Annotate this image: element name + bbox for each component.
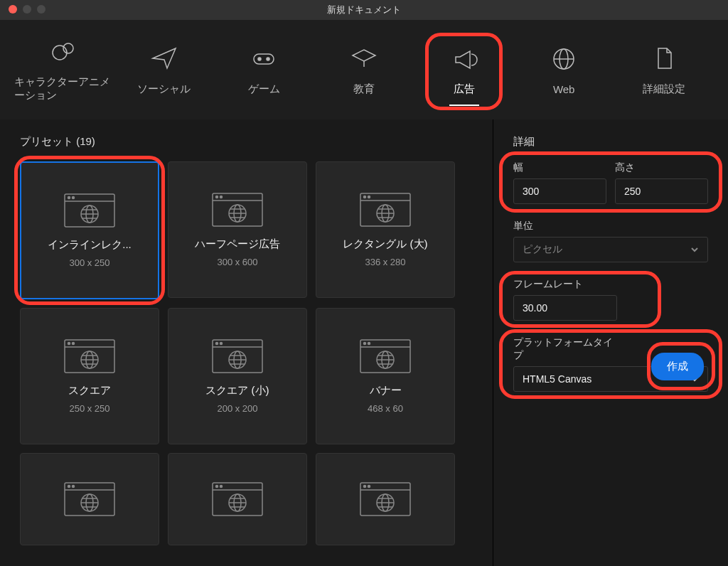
svg-point-64 xyxy=(68,486,70,488)
svg-rect-62 xyxy=(65,483,114,516)
svg-rect-71 xyxy=(213,483,262,516)
preset-name: スクエア (小) xyxy=(205,384,269,397)
svg-point-83 xyxy=(368,486,370,488)
svg-rect-8 xyxy=(65,194,114,227)
svg-point-3 xyxy=(258,58,261,60)
graduation-icon xyxy=(350,44,378,73)
web-preset-icon xyxy=(63,481,116,517)
window-controls xyxy=(9,5,46,14)
web-preset-icon xyxy=(211,481,264,517)
svg-point-82 xyxy=(364,486,366,488)
titlebar: 新規ドキュメント xyxy=(0,0,728,20)
height-label: 高さ xyxy=(615,161,708,174)
svg-point-73 xyxy=(216,486,218,488)
tab-character[interactable]: キャラクターアニメーション xyxy=(14,30,114,110)
presets-heading: プリセット (19) xyxy=(20,135,473,149)
svg-point-55 xyxy=(364,343,366,345)
svg-point-10 xyxy=(68,197,70,199)
preset-dim: 336 x 280 xyxy=(365,257,405,267)
svg-point-20 xyxy=(220,196,223,198)
gamepad-icon xyxy=(250,44,278,73)
preset-card[interactable]: バナー 468 x 60 xyxy=(316,308,455,444)
svg-point-37 xyxy=(68,343,70,345)
tab-label: キャラクターアニメーション xyxy=(14,75,114,102)
web-preset-icon xyxy=(63,338,116,374)
svg-point-46 xyxy=(216,343,218,345)
tab-label: Web xyxy=(553,83,575,95)
tab-label: ゲーム xyxy=(248,82,280,96)
max-dot[interactable] xyxy=(37,5,46,14)
preset-grid: インラインレク... 300 x 250 ハーフページ広告 300 x 600 … xyxy=(20,161,473,545)
preset-dim: 300 x 250 xyxy=(69,257,109,268)
unit-label: 単位 xyxy=(513,220,708,233)
svg-point-11 xyxy=(73,197,75,199)
preset-card[interactable]: スクエア (小) 200 x 200 xyxy=(168,308,307,444)
fps-input[interactable]: 30.00 xyxy=(513,295,617,321)
preset-card[interactable] xyxy=(20,453,159,545)
preset-card[interactable]: インラインレク... 300 x 250 xyxy=(20,161,159,299)
preset-card[interactable]: ハーフページ広告 300 x 600 xyxy=(168,161,307,298)
preset-name: レクタングル (大) xyxy=(343,237,427,251)
svg-point-0 xyxy=(53,46,67,60)
tab-game[interactable]: ゲーム xyxy=(214,37,314,103)
detail-heading: 詳細 xyxy=(493,135,728,149)
window-title: 新規ドキュメント xyxy=(327,4,401,16)
preset-dim: 468 x 60 xyxy=(368,403,403,414)
svg-point-74 xyxy=(220,486,223,488)
preset-dim: 200 x 200 xyxy=(217,403,257,414)
tab-label: 詳細設定 xyxy=(643,82,685,96)
tab-social[interactable]: ソーシャル xyxy=(114,37,215,103)
svg-point-65 xyxy=(73,486,75,488)
svg-point-38 xyxy=(73,343,75,345)
paper-plane-icon xyxy=(150,44,178,73)
web-preset-icon xyxy=(359,338,412,374)
svg-rect-80 xyxy=(360,483,410,516)
category-tabs: キャラクターアニメーション ソーシャル ゲーム 教育 広告 Web 詳細設定 xyxy=(0,20,728,119)
svg-rect-26 xyxy=(360,193,410,226)
svg-point-47 xyxy=(220,343,223,345)
preset-card[interactable]: スクエア 250 x 250 xyxy=(20,308,159,444)
svg-rect-2 xyxy=(254,54,274,64)
svg-point-29 xyxy=(368,196,370,198)
tab-label: 広告 xyxy=(454,82,475,96)
preset-card[interactable] xyxy=(316,453,455,545)
svg-rect-35 xyxy=(65,340,114,373)
document-icon xyxy=(650,44,678,73)
svg-rect-53 xyxy=(360,340,410,373)
preset-name: バナー xyxy=(370,384,402,397)
unit-select[interactable]: ピクセル xyxy=(513,237,708,262)
tab-label: 教育 xyxy=(353,82,375,96)
platform-label: プラットフォームタイプ xyxy=(513,336,613,362)
width-input[interactable]: 300 xyxy=(513,178,606,204)
tab-advanced[interactable]: 詳細設定 xyxy=(614,37,714,103)
fps-label: フレームレート xyxy=(513,278,634,291)
preset-dim: 300 x 600 xyxy=(217,257,257,267)
preset-card[interactable] xyxy=(168,453,307,545)
tab-education[interactable]: 教育 xyxy=(314,37,414,103)
height-input[interactable]: 250 xyxy=(615,178,708,204)
min-dot[interactable] xyxy=(23,5,31,14)
preset-dim: 250 x 250 xyxy=(69,403,109,414)
svg-rect-44 xyxy=(213,340,262,373)
svg-point-4 xyxy=(267,58,269,60)
svg-point-28 xyxy=(364,196,366,198)
svg-rect-17 xyxy=(213,193,262,226)
tab-ads[interactable]: 広告 xyxy=(414,37,514,103)
globe-icon xyxy=(550,45,578,73)
web-preset-icon xyxy=(359,192,412,228)
close-dot[interactable] xyxy=(9,5,17,14)
svg-point-19 xyxy=(216,196,218,198)
chevron-down-icon xyxy=(690,245,699,254)
character-icon xyxy=(50,37,78,65)
preset-card[interactable]: レクタングル (大) 336 x 280 xyxy=(316,161,455,298)
create-button[interactable]: 作成 xyxy=(651,353,704,380)
megaphone-icon xyxy=(450,44,478,73)
web-preset-icon xyxy=(211,192,264,228)
preset-name: スクエア xyxy=(68,384,111,397)
web-preset-icon xyxy=(63,193,116,228)
preset-name: ハーフページ広告 xyxy=(195,237,280,251)
web-preset-icon xyxy=(359,481,412,517)
tab-web[interactable]: Web xyxy=(514,38,614,102)
tab-label: ソーシャル xyxy=(137,82,191,96)
svg-point-56 xyxy=(368,343,370,345)
